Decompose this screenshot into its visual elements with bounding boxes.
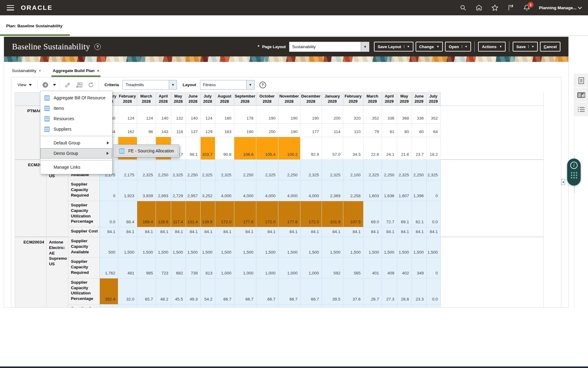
cell-value[interactable]: 117.4 bbox=[171, 201, 186, 227]
cell-value[interactable]: 26.7 bbox=[363, 278, 382, 304]
cell-value[interactable]: 62.1 bbox=[412, 201, 426, 227]
cell-value[interactable]: 80 bbox=[412, 124, 426, 137]
cell-value[interactable]: 92.0 bbox=[397, 305, 412, 308]
close-icon[interactable]: × bbox=[39, 68, 41, 73]
cell-value[interactable]: 190 bbox=[278, 106, 300, 124]
cell-value[interactable]: 124 bbox=[118, 106, 137, 124]
cell-value[interactable]: 1,500 bbox=[137, 237, 156, 257]
cell-value[interactable]: 3,939 bbox=[137, 180, 156, 201]
cell-value[interactable]: 79 bbox=[363, 124, 382, 137]
criteria-dropdown-arrow[interactable]: ▼ bbox=[169, 80, 177, 89]
info-icon[interactable]: i bbox=[570, 162, 578, 169]
cell-value[interactable]: 106.6 bbox=[234, 137, 256, 160]
cell-value[interactable]: 90.8 bbox=[215, 137, 234, 160]
tab-aggregate-build-plan[interactable]: Aggregate Build Plan× bbox=[51, 66, 100, 77]
cell-value[interactable]: 32.0 bbox=[118, 278, 137, 304]
cell-value[interactable]: 2,100 bbox=[343, 160, 363, 180]
cell-value[interactable]: 2,325 bbox=[426, 160, 440, 180]
cell-value[interactable]: 140 bbox=[156, 106, 171, 124]
cell-value[interactable]: 84.1 bbox=[256, 227, 278, 237]
criteria-select[interactable]: Treadmills ▼ bbox=[123, 80, 177, 90]
side-panel-dashboard-icon[interactable] bbox=[574, 88, 588, 102]
cell-value[interactable]: 105.4 bbox=[256, 137, 278, 160]
cell-value[interactable]: 169.4 bbox=[137, 201, 156, 227]
open-dropdown-arrow[interactable]: ▼ bbox=[462, 45, 468, 48]
cell-value[interactable]: 57.0 bbox=[322, 137, 343, 160]
cell-value[interactable]: 1,923 bbox=[118, 180, 137, 201]
open-button[interactable]: Open▼ bbox=[445, 42, 471, 52]
favorites-star-icon[interactable] bbox=[491, 4, 499, 11]
cell-item-code[interactable]: ECM20034 bbox=[15, 237, 47, 308]
cell-measure-label[interactable]: Supplier Capacity Required bbox=[68, 180, 100, 201]
cell-value[interactable]: 180 bbox=[215, 106, 234, 124]
column-header-month[interactable]: December2028 bbox=[300, 93, 322, 106]
cell-value[interactable]: 401 bbox=[363, 258, 382, 278]
cell-value[interactable]: 190 bbox=[278, 124, 300, 137]
cell-value[interactable]: 985 bbox=[137, 258, 156, 278]
cell-value[interactable]: 84.1 bbox=[322, 227, 343, 237]
cell-value[interactable]: 402 bbox=[397, 258, 412, 278]
cell-value[interactable]: 21.6 bbox=[397, 137, 412, 160]
cell-value[interactable]: 143 bbox=[156, 124, 171, 137]
cell-value[interactable]: 172.0 bbox=[215, 201, 234, 227]
cell-value[interactable]: 92.0 bbox=[100, 305, 118, 308]
cell-value[interactable]: 92.0 bbox=[426, 305, 440, 308]
cell-value[interactable]: 1,500 bbox=[397, 237, 412, 257]
cell-value[interactable]: 22.6 bbox=[363, 137, 382, 160]
cell-value[interactable]: 409 bbox=[382, 258, 397, 278]
menu-item-resources[interactable]: Resources bbox=[40, 113, 112, 124]
cell-value[interactable]: 200 bbox=[256, 124, 278, 137]
cell-value[interactable]: 1,500 bbox=[278, 237, 300, 257]
cell-value[interactable]: 2,250 bbox=[382, 160, 397, 180]
menu-item-demo-group[interactable]: Demo Group bbox=[40, 148, 112, 159]
actions-button[interactable]: Actions▼ bbox=[478, 42, 506, 52]
save-layout-button[interactable]: Save Layout▼ bbox=[374, 42, 413, 52]
column-header-month[interactable]: March2028 bbox=[137, 93, 156, 106]
cell-value[interactable]: 92.0 bbox=[412, 305, 426, 308]
layout-select[interactable]: Fitness ▼ bbox=[200, 80, 254, 90]
cell-value[interactable]: 2,250 bbox=[156, 160, 171, 180]
cell-value[interactable]: 2,325 bbox=[137, 160, 156, 180]
cell-value[interactable]: 23.7 bbox=[412, 137, 426, 160]
column-header-month[interactable]: January2029 bbox=[322, 93, 343, 106]
cell-value[interactable]: 2,325 bbox=[363, 160, 382, 180]
column-header-month[interactable]: July2028 bbox=[200, 93, 215, 106]
cell-value[interactable]: 1,603 bbox=[363, 180, 382, 201]
cell-value[interactable]: 84.1 bbox=[137, 227, 156, 237]
column-header-month[interactable]: March2029 bbox=[363, 93, 382, 106]
cell-value[interactable]: 1,000 bbox=[215, 258, 234, 278]
cell-value[interactable]: 352 bbox=[426, 106, 440, 124]
cell-value[interactable]: 368 bbox=[397, 106, 412, 124]
cell-value[interactable]: 723 bbox=[156, 258, 171, 278]
drill-dropdown-caret-icon[interactable] bbox=[53, 84, 56, 86]
open-in-spreadsheet-icon[interactable] bbox=[75, 81, 83, 89]
cell-value[interactable]: 177 bbox=[300, 124, 322, 137]
cell-value[interactable]: 84.1 bbox=[397, 227, 412, 237]
cell-value[interactable]: 18.2 bbox=[426, 137, 440, 160]
notifications-bell-icon[interactable]: 3 bbox=[523, 4, 530, 11]
cell-value[interactable]: 92.0 bbox=[156, 305, 171, 308]
cell-value[interactable]: 2,325 bbox=[322, 160, 343, 180]
flag-icon[interactable] bbox=[507, 4, 514, 11]
cell-value[interactable]: 2,325 bbox=[397, 160, 412, 180]
cell-value[interactable]: 1,500 bbox=[234, 237, 256, 257]
cell-value[interactable]: 88.4 bbox=[118, 201, 137, 227]
cell-value[interactable]: 2,893 bbox=[156, 180, 171, 201]
cell-value[interactable]: 1,500 bbox=[186, 237, 200, 257]
cell-value[interactable]: 84.1 bbox=[300, 227, 322, 237]
cell-value[interactable]: 1,500 bbox=[382, 237, 397, 257]
cell-value[interactable]: 64 bbox=[426, 124, 440, 137]
cell-value[interactable]: 1,636 bbox=[382, 180, 397, 201]
cell-value[interactable]: 49.3 bbox=[186, 278, 200, 304]
cell-value[interactable]: 84.1 bbox=[426, 227, 440, 237]
cell-value[interactable]: 100.2 bbox=[278, 137, 300, 160]
column-header-month[interactable]: September2028 bbox=[234, 93, 256, 106]
cell-value[interactable]: 4,000 bbox=[215, 180, 234, 201]
view-menu-button[interactable]: View bbox=[16, 82, 34, 87]
cell-value[interactable]: 336 bbox=[412, 106, 426, 124]
cell-value[interactable]: 34.5 bbox=[343, 137, 363, 160]
cell-value[interactable]: 1,500 bbox=[363, 237, 382, 257]
cell-value[interactable]: 0.0 bbox=[426, 201, 440, 227]
cell-value[interactable]: 84.1 bbox=[118, 227, 137, 237]
cell-value[interactable]: 163 bbox=[215, 124, 234, 137]
